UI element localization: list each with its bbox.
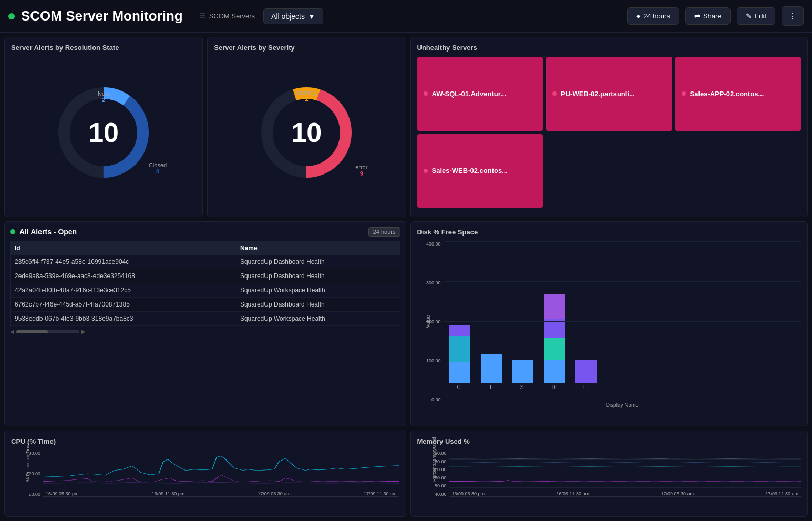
server-tile-1[interactable]: PU-WEB-02.partsunli... (546, 57, 672, 131)
server-name-1: PU-WEB-02.partsunli... (561, 90, 635, 98)
table-row[interactable]: 2ede9a8a-539e-469e-aac8-ede3e3254168 Squ… (11, 269, 400, 283)
row-name-2: SquaredUp Workspace Health (236, 283, 400, 298)
row-id-0: 235c6ff4-f737-44e5-a58e-16991ace904c (11, 255, 236, 269)
cpu-chart-wrap: % Processor Time 10.00 20.00 30.00 (11, 451, 399, 507)
server-name-0: AW-SQL-01.Adventur... (432, 90, 506, 98)
scroll-thumb (16, 330, 48, 333)
error-value: 9 (360, 170, 363, 177)
time-label: 24 hours (643, 12, 670, 20)
cpu-y-axis: 10.00 20.00 30.00 (18, 451, 40, 497)
server-tile-0[interactable]: AW-SQL-01.Adventur... (417, 57, 543, 131)
row-id-2: 42a2a04b-80fb-48a7-916c-f13e3ce312c5 (11, 283, 236, 298)
table-row[interactable]: 235c6ff4-f737-44e5-a58e-16991ace904c Squ… (11, 255, 400, 269)
server-indicator-3 (424, 169, 428, 173)
chevron-down-icon: ▼ (308, 12, 315, 21)
disk-y-axis: 0.00 100.00 200.00 300.00 400.00 (423, 241, 441, 402)
alerts-badge: 24 hours (368, 227, 400, 237)
cpu-panel: CPU (% Time) % Processor Time 10.00 20.0… (4, 431, 406, 517)
row-id-1: 2ede9a8a-539e-469e-aac8-ede3e3254168 (11, 269, 236, 283)
disk-panel: Disk % Free Space Value 0.00 100.00 200.… (410, 221, 808, 426)
memory-chart-wrap: PercentMemoryUsed 40.00 50.00 60.00 70.0… (417, 451, 801, 507)
new-value: 2 (102, 97, 105, 103)
severity-donut: 10 warning 1 error 9 (254, 80, 359, 185)
unhealthy-panel: Unhealthy Servers AW-SQL-01.Adventur... … (410, 37, 808, 217)
severity-title: Server Alerts by Severity (214, 44, 399, 52)
memory-title: Memory Used % (417, 437, 801, 445)
server-indicator-2 (682, 91, 686, 96)
scom-servers-label: SCOM Servers (209, 12, 255, 20)
filter-icon: ☰ (200, 12, 206, 20)
warning-value: 1 (305, 96, 308, 102)
edit-icon: ✎ (746, 12, 752, 20)
unhealthy-grid: AW-SQL-01.Adventur... PU-WEB-02.partsunl… (417, 57, 801, 208)
memory-y-axis: 40.00 50.00 60.00 70.00 80.00 90.00 (423, 451, 447, 497)
col-name: Name (236, 241, 400, 255)
resolution-donut: 10 New 2 Closed 8 (51, 80, 156, 185)
time-button[interactable]: ● 24 hours (627, 7, 679, 25)
share-button[interactable]: ⇌ Share (685, 7, 731, 25)
closed-label: Closed (149, 162, 167, 168)
disk-title: Disk % Free Space (417, 228, 801, 236)
unhealthy-title: Unhealthy Servers (417, 44, 801, 52)
server-name-3: Sales-WEB-02.contos... (432, 167, 508, 175)
memory-x-axis: 16/09 05:30 pm 16/09 11:30 pm 17/09 05:3… (449, 491, 801, 496)
scroll-right-arrow[interactable]: ▶ (81, 329, 86, 334)
resolution-state-panel: Server Alerts by Resolution State 10 New… (4, 37, 203, 217)
row-name-1: SquaredUp Dashboard Health (236, 269, 400, 283)
cpu-svg (43, 451, 399, 486)
table-row[interactable]: 42a2a04b-80fb-48a7-916c-f13e3ce312c5 Squ… (11, 283, 400, 298)
all-objects-label: All objects (271, 12, 305, 21)
disk-x-label: Display Name (444, 402, 801, 408)
row-id-4: 9538eddb-067b-4fe3-9bb3-318e9a7ba8c3 (11, 312, 236, 326)
header: SCOM Server Monitoring ☰ SCOM Servers Al… (0, 0, 812, 33)
alerts-dot (10, 229, 15, 234)
disk-chart-area: C: T: S: (444, 241, 801, 401)
edit-label: Edit (755, 12, 766, 20)
server-indicator-1 (552, 91, 557, 96)
table-row[interactable]: 9538eddb-067b-4fe3-9bb3-318e9a7ba8c3 Squ… (11, 312, 400, 326)
more-button[interactable]: ⋮ (782, 6, 804, 26)
row-name-4: SquaredUp Workspace Health (236, 312, 400, 326)
severity-total: 10 (291, 117, 322, 148)
memory-panel: Memory Used % PercentMemoryUsed 40.00 50… (410, 431, 808, 517)
warning-label: warning (296, 89, 317, 96)
more-icon: ⋮ (788, 12, 797, 21)
main-grid: Server Alerts by Resolution State 10 New… (0, 33, 812, 521)
server-indicator-0 (424, 91, 428, 96)
cpu-title: CPU (% Time) (11, 437, 399, 445)
row-name-0: SquaredUp Dashboard Health (236, 255, 400, 269)
server-name-2: Sales-APP-02.contos... (690, 90, 764, 98)
row-name-3: SquaredUp Dashboard Health (236, 298, 400, 312)
closed-value: 8 (156, 168, 159, 175)
alerts-table: Id Name 235c6ff4-f737-44e5-a58e-16991ace… (11, 241, 400, 326)
alerts-panel: All Alerts - Open 24 hours Id Name 235c6… (4, 221, 406, 426)
memory-plot: 16/09 05:30 pm 16/09 11:30 pm 17/09 05:3… (449, 451, 801, 497)
resolution-title: Server Alerts by Resolution State (11, 44, 196, 52)
page-title: SCOM Server Monitoring (21, 8, 183, 24)
table-row[interactable]: 6762c7b7-f46e-445d-a57f-4fa700871385 Squ… (11, 298, 400, 312)
memory-svg (449, 451, 801, 486)
share-label: Share (703, 12, 722, 20)
col-id: Id (11, 241, 236, 255)
severity-panel: Server Alerts by Severity 10 warning 1 e… (207, 37, 406, 217)
alerts-header: All Alerts - Open 24 hours (10, 227, 400, 237)
status-dot (8, 13, 15, 19)
row-id-3: 6762c7b7-f46e-445d-a57f-4fa700871385 (11, 298, 236, 312)
server-tile-3[interactable]: Sales-WEB-02.contos... (417, 134, 543, 208)
scroll-indicator: ◀ ▶ (10, 329, 400, 334)
alerts-title: All Alerts - Open (19, 228, 77, 236)
cpu-plot: 16/09 05:30 pm 16/09 11:30 pm 17/09 05:3… (43, 451, 399, 497)
scroll-bar (16, 330, 79, 333)
disk-gridlines (444, 241, 801, 401)
scroll-left-arrow[interactable]: ◀ (10, 329, 14, 334)
server-tile-2[interactable]: Sales-APP-02.contos... (675, 57, 801, 131)
alerts-title-wrap: All Alerts - Open (10, 228, 77, 236)
all-objects-button[interactable]: All objects ▼ (263, 8, 323, 24)
cpu-x-axis: 16/09 05:30 pm 16/09 11:30 pm 17/09 05:3… (43, 491, 399, 496)
edit-button[interactable]: ✎ Edit (737, 7, 775, 25)
resolution-total: 10 (88, 117, 119, 148)
alerts-table-wrap[interactable]: Id Name 235c6ff4-f737-44e5-a58e-16991ace… (10, 241, 400, 326)
share-icon: ⇌ (694, 12, 700, 20)
clock-icon: ● (636, 12, 640, 20)
scom-servers-button[interactable]: ☰ SCOM Servers (200, 12, 255, 20)
